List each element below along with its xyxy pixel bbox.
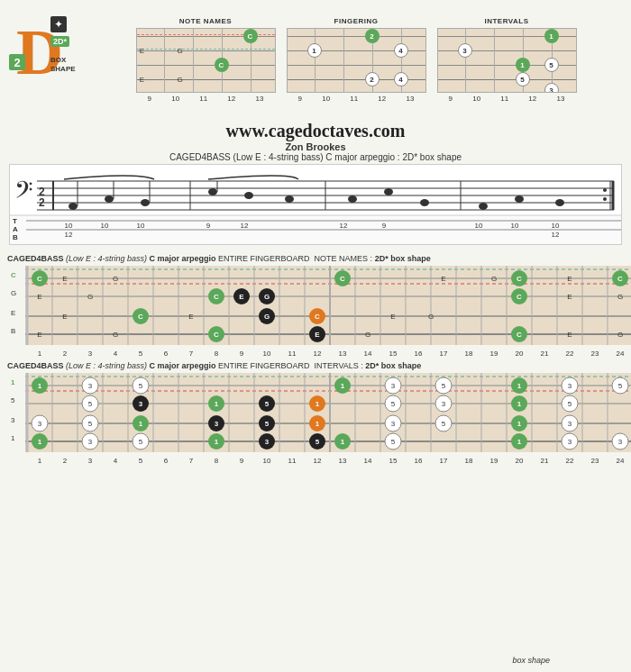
svg-text:1: 1 — [38, 382, 42, 390]
mini-board-note-names-title: NOTE NAMES — [179, 17, 232, 25]
svg-text:C: C — [214, 293, 219, 301]
svg-text:C: C — [617, 275, 623, 283]
svg-text:3: 3 — [38, 420, 42, 428]
box-shape-label: box shape — [512, 656, 550, 665]
svg-text:3: 3 — [88, 382, 93, 390]
mini-fret-note-names: C E G C G E — [136, 28, 276, 93]
svg-point-28 — [420, 199, 429, 206]
fb-note-names-fret-nums: 1 2 3 4 5 6 7 8 9 10 11 12 13 14 15 16 1… — [25, 350, 631, 358]
svg-text:G: G — [113, 331, 118, 339]
svg-text:3: 3 — [568, 382, 572, 390]
music-score-svg: 𝄢 2 2 — [10, 165, 622, 245]
svg-text:3: 3 — [88, 438, 93, 446]
fb-string-label-C-left: C — [11, 271, 16, 279]
mini-note-2-green: 2 — [365, 29, 380, 43]
svg-text:10: 10 — [65, 222, 73, 230]
mini-note-int-3: 3 — [458, 43, 472, 58]
svg-text:3: 3 — [265, 438, 270, 446]
logo-area: D ✦ 2D* 2 BOXSHAPE — [9, 11, 90, 110]
fb-intervals-fret-nums: 1 2 3 4 5 6 7 8 9 10 11 12 13 14 15 16 1… — [25, 457, 631, 465]
svg-text:1: 1 — [316, 420, 320, 428]
mini-label-G2: G — [177, 76, 182, 84]
svg-text:T: T — [13, 217, 17, 225]
svg-text:C: C — [214, 331, 219, 339]
svg-text:1: 1 — [517, 420, 522, 428]
svg-text:5: 5 — [391, 400, 396, 408]
svg-text:E: E — [239, 293, 244, 301]
svg-text:3: 3 — [391, 382, 396, 390]
svg-text:1: 1 — [341, 438, 345, 446]
logo-star: ✦ — [50, 16, 67, 32]
svg-point-27 — [384, 188, 393, 195]
svg-text:5: 5 — [442, 420, 446, 428]
fb-int-string-label-1: 1 — [11, 378, 14, 386]
mini-fret-nums-note-names: 910111213 — [136, 94, 276, 104]
svg-text:E: E — [567, 293, 572, 301]
svg-point-25 — [285, 195, 294, 203]
svg-text:5: 5 — [265, 420, 270, 428]
fb-intervals-section: CAGED4BASS (Low E : 4-string bass) C maj… — [0, 359, 631, 467]
svg-point-26 — [348, 195, 357, 203]
fingerboard-intervals-svg: 1 3 5 1 3 5 1 3 5 — [25, 373, 631, 452]
svg-text:E: E — [390, 313, 395, 321]
svg-text:G: G — [264, 293, 270, 301]
svg-text:3: 3 — [442, 400, 446, 408]
mini-label-G1: G — [177, 47, 182, 55]
svg-text:1: 1 — [517, 438, 522, 446]
fb-string-label-G-left: G — [11, 289, 16, 297]
fb-string-label-B-left: B — [11, 327, 15, 335]
svg-text:5: 5 — [139, 382, 143, 390]
mini-board-fingering: FINGERING 1 4 2 2 4 — [287, 17, 426, 104]
svg-text:3: 3 — [215, 420, 219, 428]
svg-text:12: 12 — [552, 231, 560, 239]
svg-text:10: 10 — [511, 222, 519, 230]
fb-note-names-title: CAGED4BASS (Low E : 4-string bass) C maj… — [7, 254, 624, 263]
fb-int-string-label-1b: 1 — [11, 434, 14, 442]
svg-text:G: G — [365, 331, 370, 339]
mini-label-E1: E — [140, 47, 144, 55]
svg-text:9: 9 — [206, 222, 211, 230]
svg-text:E: E — [567, 275, 572, 283]
middle-section: www.cagedoctaves.com Zon Brookes CAGED4B… — [0, 117, 631, 250]
svg-text:5: 5 — [265, 400, 270, 408]
svg-text:E: E — [188, 313, 193, 321]
svg-text:C: C — [138, 313, 143, 321]
svg-text:C: C — [517, 293, 522, 301]
svg-text:10: 10 — [101, 222, 109, 230]
svg-text:12: 12 — [340, 222, 348, 230]
fb-note-names-wrapper: C G E B // positions for frets 1-24 var … — [25, 266, 624, 358]
mini-note-C-green-top: C — [243, 29, 258, 43]
mini-fret-nums-fingering: 910111213 — [287, 94, 426, 104]
svg-text:5: 5 — [618, 382, 623, 390]
svg-text:1: 1 — [517, 400, 522, 408]
score-area: 𝄢 2 2 — [9, 164, 622, 245]
svg-rect-130 — [25, 373, 631, 452]
svg-text:1: 1 — [341, 382, 345, 390]
mini-board-note-names: NOTE NAMES C E — [136, 17, 276, 104]
svg-text:E: E — [441, 275, 445, 283]
mini-label-E2: E — [140, 76, 144, 84]
svg-text:G: G — [491, 275, 497, 283]
svg-text:1: 1 — [215, 438, 219, 446]
svg-text:C: C — [315, 313, 320, 321]
svg-text:C: C — [340, 275, 345, 283]
logo-number: 2 — [9, 54, 25, 70]
mini-note-4-white: 4 — [394, 72, 408, 86]
fb-int-string-label-5: 5 — [11, 396, 14, 404]
mini-note-int-3-bot: 3 — [544, 83, 559, 93]
website-url: www.cagedoctaves.com — [9, 121, 622, 141]
svg-text:E: E — [37, 331, 41, 339]
mini-fret-intervals: 1 3 1 5 5 3 — [437, 28, 577, 93]
mini-board-fingering-title: FINGERING — [334, 17, 379, 25]
svg-text:5: 5 — [88, 420, 93, 428]
svg-text:C: C — [517, 331, 522, 339]
mini-fret-fingering: 1 4 2 2 4 — [287, 28, 426, 93]
mini-board-intervals-title: INTERVALS — [484, 17, 528, 25]
svg-text:10: 10 — [475, 222, 483, 230]
svg-text:5: 5 — [391, 438, 396, 446]
svg-text:12: 12 — [65, 231, 73, 239]
svg-text:G: G — [264, 313, 270, 321]
score-description: CAGED4BASS (Low E : 4-string bass) C maj… — [9, 152, 622, 162]
mini-note-int-1-green: 1 — [544, 29, 559, 43]
svg-text:E: E — [62, 313, 67, 321]
